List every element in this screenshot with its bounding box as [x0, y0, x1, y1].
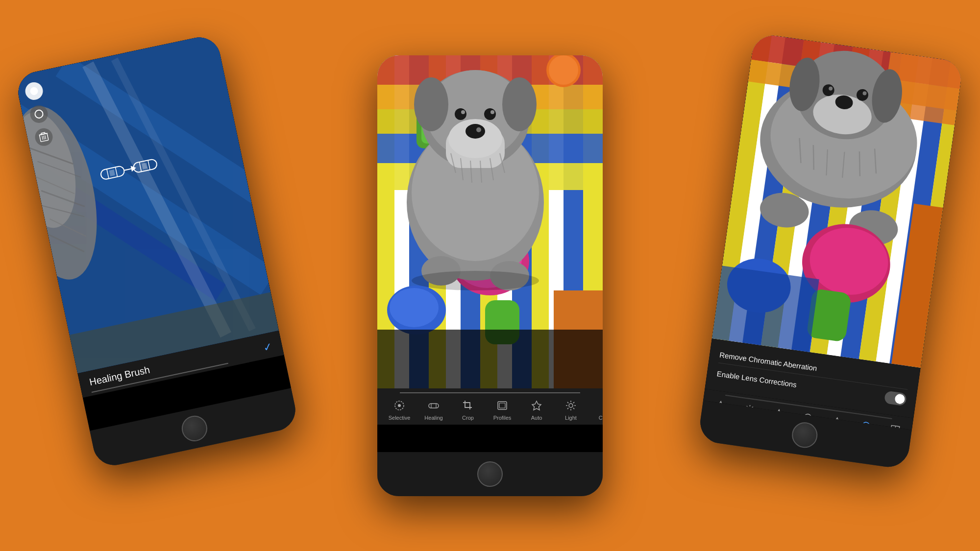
left-home-button[interactable]	[179, 413, 210, 444]
trash-btn[interactable]	[33, 126, 54, 147]
svg-point-54	[549, 55, 578, 85]
svg-point-71	[455, 108, 466, 120]
svg-rect-93	[499, 403, 505, 408]
svg-line-154	[747, 406, 748, 407]
selective-icon	[392, 398, 407, 413]
right-home-button[interactable]	[790, 420, 819, 449]
phone-right-screen: Remove Chromatic Aberration Enable Lens …	[703, 33, 963, 430]
svg-line-25	[107, 168, 109, 178]
svg-rect-27	[109, 169, 115, 176]
selective-label: Selective	[389, 415, 411, 421]
center-home-button[interactable]	[477, 461, 503, 487]
checkmark-icon[interactable]: ✓	[262, 340, 273, 354]
svg-rect-89	[429, 404, 439, 408]
svg-point-76	[502, 77, 537, 131]
toolbar-color[interactable]: Color	[588, 396, 603, 423]
svg-line-157	[752, 407, 753, 407]
photo-center-area	[377, 55, 603, 388]
svg-rect-33	[142, 162, 147, 169]
svg-line-7	[45, 135, 46, 139]
phone-center-screen: Selective Healing Crop	[377, 55, 603, 452]
svg-line-5	[42, 136, 43, 140]
svg-point-0	[29, 86, 39, 96]
svg-marker-94	[532, 401, 541, 410]
svg-rect-4	[41, 132, 45, 135]
profiles-icon	[495, 398, 510, 413]
light-label: Light	[565, 415, 577, 421]
svg-line-103	[573, 402, 574, 403]
photo-left-area	[14, 33, 279, 373]
phone-left: Healing Brush ✓	[14, 33, 299, 469]
svg-line-102	[567, 407, 568, 408]
circle-outline-btn[interactable]	[28, 103, 49, 124]
toolbar-crop[interactable]: Crop	[451, 396, 485, 423]
auto-label: Auto	[531, 415, 542, 421]
circle-filled-btn[interactable]	[24, 80, 45, 101]
auto-icon	[529, 398, 544, 413]
color-icon	[598, 398, 603, 413]
center-toolbar: Selective Healing Crop	[377, 388, 603, 425]
svg-point-85	[412, 271, 539, 290]
phone-right: Remove Chromatic Aberration Enable Lens …	[698, 33, 964, 470]
profiles-label: Profiles	[493, 415, 512, 421]
svg-rect-146	[712, 265, 819, 352]
healing-label: Healing	[424, 415, 442, 421]
svg-line-6	[44, 135, 45, 139]
svg-point-74	[490, 110, 494, 114]
svg-line-26	[115, 167, 117, 176]
healing-icon-toolbar	[426, 398, 441, 413]
center-phone-home-area	[377, 452, 603, 496]
svg-point-73	[461, 110, 465, 114]
svg-point-95	[569, 404, 573, 407]
phone-center: Selective Healing Crop	[377, 55, 603, 496]
phone-left-screen: Healing Brush ✓	[14, 33, 291, 431]
svg-point-60	[390, 288, 439, 327]
svg-point-70	[476, 127, 481, 132]
svg-line-100	[567, 402, 568, 403]
phones-container: Healing Brush ✓	[24, 11, 956, 540]
toolbar-light[interactable]: Light	[554, 396, 588, 423]
lens-corrections-toggle[interactable]	[884, 390, 907, 406]
crop-label: Crop	[462, 415, 474, 421]
svg-point-88	[398, 404, 401, 407]
center-toolbar-scroll: Selective Healing Crop	[377, 396, 603, 423]
svg-point-75	[414, 77, 448, 131]
svg-line-101	[573, 407, 574, 408]
toolbar-healing[interactable]: Healing	[416, 396, 451, 423]
toolbar-profiles[interactable]: Profiles	[485, 396, 519, 423]
crop-icon	[461, 398, 475, 413]
toolbar-auto[interactable]: Auto	[519, 396, 554, 423]
svg-point-69	[466, 124, 485, 139]
photo-right-area	[712, 33, 963, 368]
svg-line-31	[139, 162, 141, 171]
color-label: Color	[599, 415, 603, 421]
svg-line-32	[148, 160, 150, 169]
light-icon	[564, 398, 578, 413]
svg-point-72	[484, 108, 496, 120]
toolbar-selective[interactable]: Selective	[382, 396, 416, 423]
svg-rect-86	[377, 330, 603, 388]
svg-point-1	[34, 109, 44, 119]
